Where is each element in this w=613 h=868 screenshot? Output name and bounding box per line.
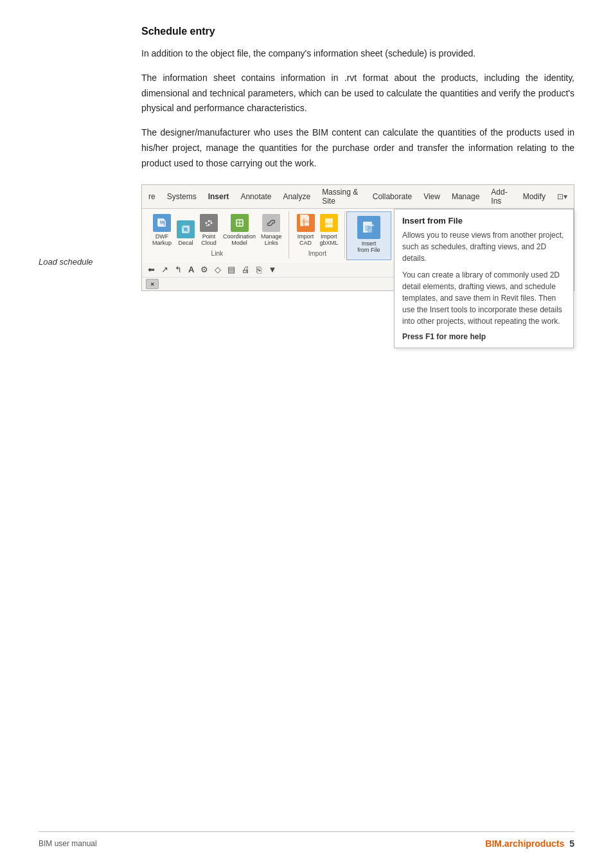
tooltip-description: Allows you to reuse views from another p… — [402, 229, 565, 264]
coordination-icon — [231, 214, 249, 232]
paragraph-1: In addition to the object file, the comp… — [141, 46, 574, 62]
point-cloud-icon — [200, 214, 218, 232]
svg-point-9 — [208, 224, 210, 226]
import-cad-icon: CAD — [297, 214, 315, 232]
footer-brand-text: BIM. — [485, 838, 504, 849]
menu-systems[interactable]: Systems — [164, 191, 199, 202]
qa-forward[interactable]: ↗ — [159, 264, 170, 275]
ribbon-group-insert-from-file: Insertfrom File — [346, 211, 391, 260]
close-button[interactable]: × — [146, 279, 159, 289]
svg-point-7 — [208, 220, 210, 222]
menu-manage[interactable]: Manage — [449, 191, 482, 202]
menu-re[interactable]: re — [146, 191, 158, 202]
svg-point-8 — [211, 222, 213, 224]
svg-point-11 — [210, 220, 211, 222]
ribbon-group-link: DWFMarkup Decal — [146, 211, 289, 258]
tooltip-help: Press F1 for more help — [402, 332, 565, 341]
manage-links-icon — [262, 214, 280, 232]
qa-settings[interactable]: ⚙ — [199, 264, 210, 275]
tooltip-extra: You can create a library of commonly use… — [402, 269, 565, 327]
decal-button[interactable]: Decal — [175, 219, 196, 247]
menu-insert[interactable]: Insert — [206, 191, 232, 202]
footer-brand-accent: archiproducts — [504, 838, 564, 849]
ribbon-menubar[interactable]: re Systems Insert Annotate Analyze Massi… — [142, 185, 574, 209]
menu-view[interactable]: View — [421, 191, 443, 202]
footer-page-number: 5 — [569, 838, 574, 849]
qa-undo[interactable]: ↰ — [173, 264, 184, 275]
tooltip-popup: Insert from File Allows you to reuse vie… — [394, 209, 574, 348]
import-group-label: Import — [308, 250, 326, 257]
link-group-label: Link — [211, 250, 223, 257]
dwf-icon — [153, 214, 171, 232]
ribbon-pin[interactable]: ⊡▾ — [555, 191, 570, 202]
qa-copy[interactable]: ⎘ — [254, 264, 263, 276]
menu-analyze[interactable]: Analyze — [280, 191, 313, 202]
manage-links-button[interactable]: ManageLinks — [260, 213, 283, 247]
import-cad-button[interactable]: CAD ImportCAD — [296, 213, 316, 247]
tooltip-title: Insert from File — [402, 216, 565, 226]
qa-diamond[interactable]: ◇ — [213, 264, 223, 275]
svg-point-10 — [206, 225, 208, 226]
ribbon-body: DWFMarkup Decal — [142, 209, 574, 263]
paragraph-3: The designer/manufacturer who uses the B… — [141, 125, 574, 171]
paragraph-2: The information sheet contains informati… — [141, 71, 574, 116]
svg-point-6 — [206, 222, 208, 224]
qa-back[interactable]: ⬅ — [146, 264, 157, 275]
menu-massing[interactable]: Massing & Site — [319, 186, 364, 207]
menu-annotate[interactable]: Annotate — [238, 191, 274, 202]
qa-text[interactable]: A — [186, 264, 196, 275]
menu-collaborate[interactable]: Collaborate — [370, 191, 414, 202]
section-title: Schedule entry — [141, 26, 574, 37]
menu-addins[interactable]: Add-Ins — [488, 186, 513, 207]
qa-grid[interactable]: ▤ — [226, 264, 237, 275]
import-gbxml-icon: gbXML — [320, 214, 338, 232]
footer-brand: BIM.archiproducts — [485, 838, 564, 849]
load-schedule-label: Load schedule — [39, 26, 141, 297]
qa-dropdown[interactable]: ▼ — [266, 264, 278, 275]
svg-text:gbXML: gbXML — [325, 222, 335, 226]
import-gbxml-button[interactable]: gbXML ImportgbXML — [319, 213, 340, 247]
decal-icon — [177, 220, 195, 238]
footer: BIM user manual BIM.archiproducts 5 — [39, 831, 574, 849]
insert-from-file-button[interactable]: Insertfrom File — [356, 215, 382, 254]
footer-left-text: BIM user manual — [39, 839, 97, 848]
insert-from-file-icon — [357, 216, 380, 239]
menu-modify[interactable]: Modify — [520, 191, 548, 202]
qa-print[interactable]: 🖨 — [240, 264, 252, 275]
dwf-markup-button[interactable]: DWFMarkup — [151, 213, 173, 247]
svg-text:CAD: CAD — [302, 220, 310, 224]
ribbon-group-import: CAD ImportCAD gbXML ImportgbXML — [290, 211, 346, 258]
coordination-model-button[interactable]: CoordinationModel — [222, 213, 257, 247]
ribbon: re Systems Insert Annotate Analyze Massi… — [141, 184, 574, 291]
point-cloud-button[interactable]: PointCloud — [199, 213, 219, 247]
